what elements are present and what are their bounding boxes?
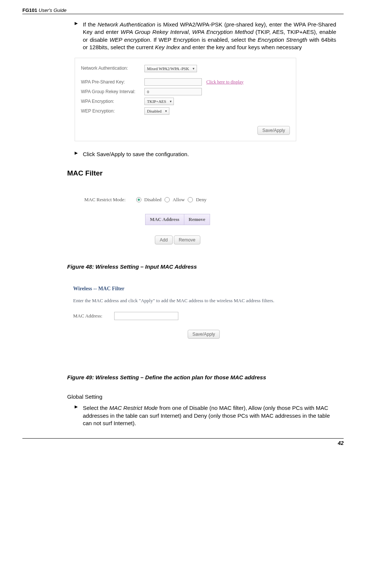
wireless-mac-filter-dialog: Wireless -- MAC Filter Enter the MAC add… [67,279,340,346]
doc-title: User's Guide [38,7,66,13]
radio-deny[interactable] [188,197,193,202]
bullet-marker-icon: ▶ [75,151,83,158]
bullet-text-2: Click Save/Apply to save the configurati… [83,151,336,158]
psk-display-link[interactable]: Click here to display [206,79,244,85]
netauth-label: Network Authentication: [81,66,144,72]
bullet-save-apply: ▶ Click Save/Apply to save the configura… [75,151,336,158]
bullet-marker-icon: ▶ [75,21,83,51]
wpaenc-select[interactable]: TKIP+AES ▼ [144,98,174,105]
netauth-value: Mixed WPA2/WPA -PSK [147,66,189,71]
psk-input[interactable] [144,78,202,86]
remove-button[interactable]: Remove [174,235,200,244]
page-number: 42 [338,440,344,446]
bullet-text-3: Select the MAC Restrict Mode from one of… [83,404,336,427]
dialog-title: Wireless -- MAC Filter [73,286,334,292]
opt-deny-label: Deny [196,197,206,203]
wireless-security-panel: Network Authentication: Mixed WPA2/WPA -… [75,58,296,141]
mac-address-input[interactable] [114,312,178,320]
wepenc-select[interactable]: Disabled ▼ [144,107,169,115]
add-button[interactable]: Add [155,235,172,244]
save-apply-button[interactable]: Save/Apply [257,126,290,135]
opt-disabled-label: Disabled [144,197,162,203]
product-code: FG101 [22,7,37,13]
figure-49-caption: Figure 49: Wireless Setting – Define the… [67,374,344,380]
rekey-input[interactable]: 0 [144,88,202,95]
radio-disabled[interactable] [136,197,141,202]
mac-table-header: MAC Address Remove [145,214,210,225]
chevron-down-icon: ▼ [169,100,172,103]
mac-filter-heading: MAC Filter [67,169,344,177]
netauth-select[interactable]: Mixed WPA2/WPA -PSK ▼ [144,65,197,72]
bullet-network-auth: ▶ If the Network Authentication is Mixed… [75,21,336,51]
chevron-down-icon: ▼ [192,67,195,70]
header-product-doc: FG101 User's Guide [22,7,66,13]
global-setting-heading: Global Setting [67,393,344,400]
radio-allow[interactable] [165,197,170,202]
dialog-description: Enter the MAC address and click "Apply" … [73,298,334,304]
wpaenc-label: WPA Encryption: [81,99,144,104]
mac-mode-label: MAC Restrict Mode: [84,197,126,203]
save-apply-button[interactable]: Save/Apply [188,330,220,339]
wepenc-value: Disabled [147,109,162,113]
page-footer: 42 [22,438,344,446]
chevron-down-icon: ▼ [165,110,168,113]
bullet-marker-icon: ▶ [75,404,83,427]
psk-label: WPA Pre-Shared Key: [81,79,144,85]
figure-48-caption: Figure 48: Wireless Setting – Input MAC … [67,263,344,270]
bullet-text-1: If the Network Authentication is Mixed W… [83,21,336,51]
rekey-label: WPA Group Rekey Interval: [81,89,144,94]
page-header: FG101 User's Guide [22,7,344,14]
wepenc-label: WEP Encryption: [81,108,144,114]
mac-filter-panel: MAC Restrict Mode: Disabled Allow Deny M… [67,189,288,254]
col-mac-address: MAC Address [145,214,184,225]
bullet-mac-restrict: ▶ Select the MAC Restrict Mode from one … [75,404,336,427]
opt-allow-label: Allow [173,197,185,203]
wpaenc-value: TKIP+AES [147,99,166,104]
col-remove: Remove [184,214,210,225]
mac-address-label: MAC Address: [73,313,114,319]
